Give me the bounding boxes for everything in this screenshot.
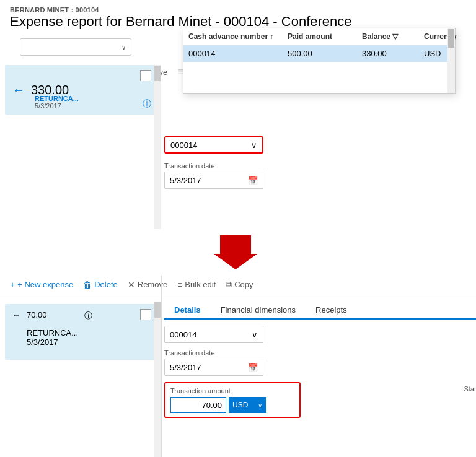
down-arrow-svg <box>214 229 257 272</box>
bottom-transaction-date-input[interactable]: 5/3/2017 📅 <box>164 359 263 376</box>
top-filter-dropdown[interactable]: ∨ <box>20 38 131 56</box>
return-arrow-icon: ← <box>12 83 25 97</box>
copy-icon: ⧉ <box>226 279 232 290</box>
bulk-edit-icon: ≡ <box>177 280 182 290</box>
bottom-expense-card[interactable]: ← 70.00 RETURNCA... 5/3/2017 ⓘ <box>5 304 156 360</box>
popup-row-paid-amount: 500.00 <box>288 49 362 58</box>
chevron-down-icon-detail: ∨ <box>251 141 257 150</box>
bottom-calendar-icon: 📅 <box>248 363 258 372</box>
chevron-down-icon: ∨ <box>121 44 126 51</box>
popup-scroll-thumb <box>448 29 454 48</box>
tab-financial-dimensions[interactable]: Financial dimensions <box>211 302 306 318</box>
bottom-remove-icon: ✕ <box>128 280 135 290</box>
top-section: BERNARD MINET : 000104 Expense report fo… <box>0 0 476 229</box>
currency-chevron-down-icon: ∨ <box>258 402 262 409</box>
left-scrollbar-top[interactable] <box>154 65 161 229</box>
top-expense-list: ← 330.00 RETURNCA... 5/3/2017 ⓘ <box>0 65 161 229</box>
transaction-date-input-top[interactable]: 5/3/2017 📅 <box>164 172 263 189</box>
top-card-checkbox[interactable] <box>140 70 151 81</box>
bottom-detail-panel: Details Financial dimensions Receipts 00… <box>164 302 476 457</box>
bottom-expense-list: ← 70.00 RETURNCA... 5/3/2017 ⓘ <box>0 302 161 457</box>
panel-divider <box>161 276 162 457</box>
col-balance[interactable]: Balance ▽ <box>362 32 424 41</box>
popup-table-header: Cash advance number ↑ Paid amount Balanc… <box>183 28 455 45</box>
bottom-delete-button[interactable]: 🗑 Delete <box>83 280 118 290</box>
top-card-date: 5/3/2017 <box>35 102 79 110</box>
info-icon[interactable]: ⓘ <box>143 98 151 110</box>
transaction-amount-section: Transaction amount 70.00 USD ∨ <box>164 382 301 418</box>
bottom-toolbar: + + New expense 🗑 Delete ✕ Remove ≡ Bulk… <box>0 276 476 294</box>
down-arrow-indicator <box>205 226 267 276</box>
cash-advance-dropdown-highlighted[interactable]: 000014 ∨ <box>164 136 263 154</box>
cash-advance-value: 000014 <box>170 141 197 150</box>
status-label: Stat <box>464 385 476 393</box>
bottom-card-label: RETURNCA... <box>27 328 78 337</box>
popup-row-balance: 330.00 <box>362 49 424 58</box>
left-scrollbar-bottom[interactable] <box>154 302 161 457</box>
bottom-cash-advance-value: 000014 <box>170 330 196 339</box>
bottom-info-icon[interactable]: ⓘ <box>84 310 92 321</box>
col-cash-advance-number[interactable]: Cash advance number ↑ <box>188 32 288 41</box>
bulk-edit-button[interactable]: ≡ Bulk edit <box>177 280 216 290</box>
transaction-date-section-top: Transaction date 5/3/2017 📅 <box>164 162 350 189</box>
bottom-scroll-thumb <box>154 302 161 318</box>
popup-table-row[interactable]: 000014 500.00 330.00 USD <box>183 45 455 62</box>
bottom-delete-icon: 🗑 <box>83 280 92 290</box>
filter-icon: ▽ <box>392 32 398 41</box>
svg-marker-0 <box>214 235 257 269</box>
bottom-transaction-date-label: Transaction date <box>164 349 476 357</box>
scroll-thumb <box>154 66 161 81</box>
bottom-card-date: 5/3/2017 <box>27 337 78 347</box>
bottom-plus-icon: + <box>10 280 15 290</box>
bottom-section: + + New expense 🗑 Delete ✕ Remove ≡ Bulk… <box>0 276 476 457</box>
top-expense-card[interactable]: ← 330.00 RETURNCA... 5/3/2017 ⓘ <box>5 65 156 115</box>
tab-receipts[interactable]: Receipts <box>306 302 357 318</box>
copy-button[interactable]: ⧉ Copy <box>226 279 253 290</box>
bottom-transaction-date-section: Transaction date 5/3/2017 📅 <box>164 349 476 376</box>
detail-tabs: Details Financial dimensions Receipts <box>164 302 476 320</box>
bottom-chevron-down-icon: ∨ <box>252 330 258 339</box>
transaction-date-label-top: Transaction date <box>164 162 350 170</box>
popup-scrollbar[interactable] <box>447 28 455 93</box>
transaction-amount-label: Transaction amount <box>170 387 294 394</box>
bottom-card-checkbox[interactable] <box>140 309 151 320</box>
popup-row-advance-number: 000014 <box>188 49 288 58</box>
top-card-label: RETURNCA... <box>35 95 79 102</box>
amount-row: 70.00 USD ∨ <box>170 397 294 413</box>
tab-details[interactable]: Details <box>164 302 211 320</box>
transaction-amount-input[interactable]: 70.00 <box>170 397 226 413</box>
bottom-new-expense-button[interactable]: + + New expense <box>10 280 73 290</box>
bottom-card-amount: 70.00 <box>27 310 78 320</box>
top-detail-panel: 000014 ∨ Transaction date 5/3/2017 📅 <box>164 136 350 189</box>
calendar-icon-top: 📅 <box>248 176 258 185</box>
bottom-cash-advance-dropdown[interactable]: 000014 ∨ <box>164 326 263 343</box>
currency-value: USD <box>232 401 248 409</box>
popup-cash-advance-table: Cash advance number ↑ Paid amount Balanc… <box>183 28 456 94</box>
report-subtitle: BERNARD MINET : 000104 <box>10 6 466 14</box>
sort-asc-icon: ↑ <box>270 32 273 41</box>
col-paid-amount: Paid amount <box>288 32 362 41</box>
currency-dropdown[interactable]: USD ∨ <box>229 397 266 413</box>
bottom-return-arrow-icon: ← <box>12 310 20 320</box>
bottom-cash-advance-field: 000014 ∨ <box>164 326 476 343</box>
